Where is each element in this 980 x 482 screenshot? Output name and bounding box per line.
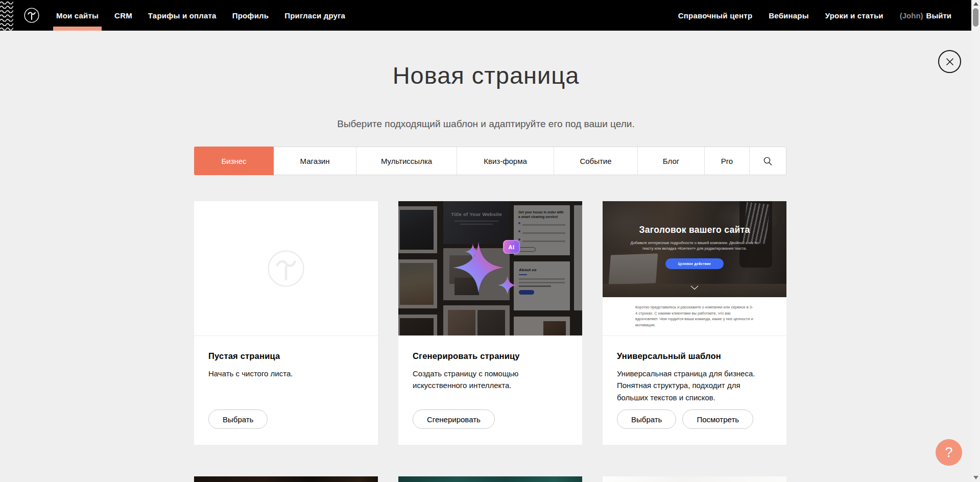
- page-title: Новая страница: [0, 61, 972, 89]
- tab-pro[interactable]: Pro: [705, 147, 750, 175]
- card-title: Пустая страница: [208, 351, 364, 361]
- close-icon: [945, 57, 954, 66]
- card-template-partial[interactable]: [194, 476, 378, 482]
- template-hero-subtitle: Добавьте интересные подробности о вашей …: [626, 240, 763, 252]
- nav-item-lessons[interactable]: Уроки и статьи: [825, 11, 883, 20]
- top-nav: Мои сайты CRM Тарифы и оплата Профиль Пр…: [0, 0, 972, 31]
- card-universal-template[interactable]: Заголовок вашего сайта Добавьте интересн…: [603, 201, 786, 445]
- template-preview: [194, 476, 378, 482]
- nav-item-invite-friend[interactable]: Пригласи друга: [284, 0, 345, 31]
- triangle-up-icon: [973, 2, 978, 6]
- choose-button[interactable]: Выбрать: [617, 409, 676, 429]
- tab-business[interactable]: Бизнес: [194, 147, 274, 175]
- nav-right-menu: Справочный центр Вебинары Уроки и статьи…: [662, 0, 972, 31]
- card-description: Создать страницу с помощью искусственног…: [413, 368, 540, 392]
- blank-page-preview: [194, 201, 378, 336]
- close-button[interactable]: [938, 50, 961, 73]
- template-category-tabs: Бизнес Магазин Мультиссылка Квиз-форма С…: [194, 147, 786, 175]
- tab-shop[interactable]: Магазин: [274, 147, 356, 175]
- view-button[interactable]: Посмотреть: [682, 409, 753, 429]
- tab-event[interactable]: Событие: [554, 147, 638, 175]
- nav-left-menu: Мои сайты CRM Тарифы и оплата Профиль Пр…: [56, 0, 361, 31]
- template-hero-section: Заголовок вашего сайта Добавьте интересн…: [603, 201, 786, 297]
- template-body-text: Коротко представьтесь и расскажите о ком…: [635, 304, 754, 328]
- question-icon: ?: [945, 445, 952, 461]
- scrollbar-thumb[interactable]: [973, 8, 978, 27]
- universal-template-preview: Заголовок вашего сайта Добавьте интересн…: [603, 201, 786, 336]
- tab-multilink[interactable]: Мультиссылка: [356, 147, 457, 175]
- tab-blog[interactable]: Блог: [638, 147, 705, 175]
- nav-item-profile[interactable]: Профиль: [232, 0, 269, 31]
- triangle-down-icon: [973, 476, 978, 479]
- card-title: Сгенерировать страницу: [413, 351, 568, 361]
- nav-item-pricing[interactable]: Тарифы и оплата: [148, 0, 217, 31]
- nav-item-my-sites[interactable]: Мои сайты: [56, 0, 99, 31]
- help-button[interactable]: ?: [936, 439, 962, 466]
- user-name-label: (John): [900, 11, 923, 20]
- search-icon: [763, 156, 773, 166]
- tilda-logo-icon[interactable]: [13, 0, 41, 31]
- ai-badge: AI: [503, 240, 520, 254]
- tab-quiz-form[interactable]: Квиз-форма: [457, 147, 554, 175]
- chevron-down-icon: [690, 283, 699, 292]
- card-description: Универсальная страница для бизнеса. Поня…: [617, 368, 772, 403]
- template-body-section: Коротко представьтесь и расскажите о ком…: [603, 297, 786, 335]
- template-cta-button: Целевое действие: [665, 258, 724, 269]
- scrollbar-down-arrow[interactable]: [971, 474, 980, 481]
- card-blank-page[interactable]: Пустая страница Начать с чистого листа. …: [194, 201, 378, 445]
- template-preview: [398, 476, 582, 482]
- template-preview: [603, 476, 786, 482]
- nav-item-webinars[interactable]: Вебинары: [769, 11, 808, 20]
- card-description: Начать с чистого листа.: [208, 368, 364, 379]
- scrollbar: [971, 0, 980, 482]
- zigzag-pattern-icon: [0, 0, 13, 31]
- search-tab[interactable]: [750, 147, 786, 175]
- page-subtitle: Выберите подходящий шаблон и адаптируйте…: [0, 118, 972, 130]
- template-cards-grid: Пустая страница Начать с чистого листа. …: [194, 201, 786, 482]
- nav-item-help-center[interactable]: Справочный центр: [678, 11, 753, 20]
- new-page-modal: Мои сайты CRM Тарифы и оплата Профиль Пр…: [0, 0, 980, 482]
- scrollbar-up-arrow[interactable]: [971, 0, 980, 7]
- card-template-partial[interactable]: [603, 476, 786, 482]
- generate-button[interactable]: Сгенерировать: [413, 409, 495, 429]
- ai-collage-preview: Title of Your Website Get your house in …: [398, 201, 582, 336]
- ai-sparkles-icon: [437, 223, 544, 320]
- logout-link[interactable]: Выйти: [926, 11, 951, 20]
- nav-item-crm[interactable]: CRM: [114, 0, 132, 31]
- tilda-watermark-icon: [262, 245, 309, 292]
- card-template-partial[interactable]: [398, 476, 582, 482]
- card-title: Универсальный шаблон: [617, 351, 772, 361]
- card-ai-generate[interactable]: Title of Your Website Get your house in …: [398, 201, 582, 445]
- choose-button[interactable]: Выбрать: [208, 409, 268, 429]
- template-hero-title: Заголовок вашего сайта: [639, 225, 750, 235]
